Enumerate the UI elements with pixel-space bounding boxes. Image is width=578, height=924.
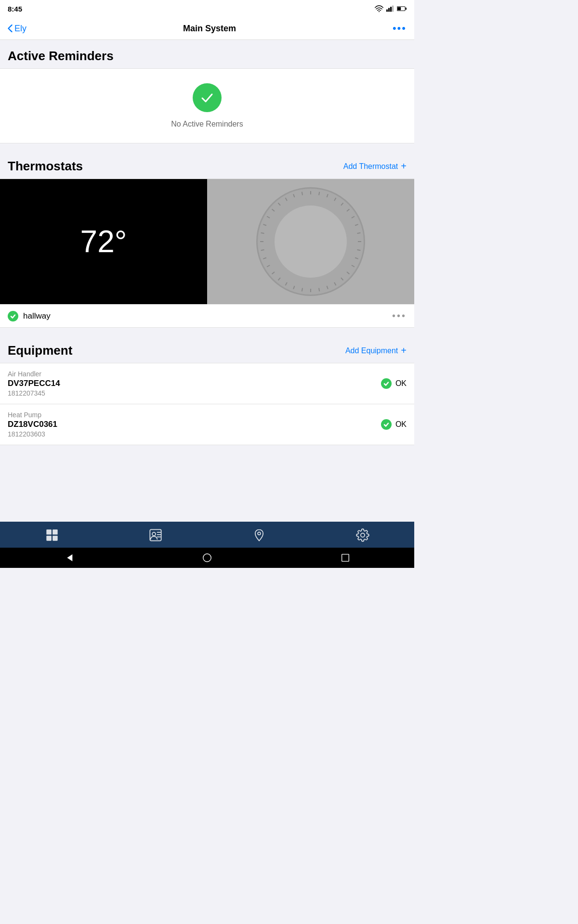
add-equipment-button[interactable]: Add Equipment +: [345, 345, 407, 356]
equipment-title: Equipment: [8, 343, 72, 358]
android-back-icon[interactable]: [64, 552, 74, 563]
svg-line-23: [267, 265, 270, 267]
svg-rect-47: [53, 536, 58, 541]
nav-title: Main System: [183, 24, 236, 34]
thermostat-display: 72°: [0, 179, 207, 304]
android-home-icon[interactable]: [202, 552, 212, 563]
svg-line-41: [352, 217, 355, 218]
thermostat-info-row: hallway •••: [0, 304, 414, 327]
equipment-model: DV37PECC14: [8, 379, 60, 388]
no-reminders-icon: [193, 83, 222, 112]
signal-icon: [386, 5, 394, 12]
thermostat-name-row: hallway: [8, 311, 51, 321]
svg-rect-57: [342, 554, 349, 562]
equipment-type: Heat Pump: [8, 411, 57, 419]
nav-bar: Ely Main System •••: [0, 17, 414, 40]
status-time: 8:45: [8, 5, 22, 13]
svg-line-12: [347, 272, 349, 274]
svg-line-43: [357, 233, 361, 233]
thermostats-section: Thermostats Add Thermostat + 72°: [0, 154, 414, 328]
svg-line-32: [286, 198, 288, 201]
svg-point-0: [379, 11, 380, 12]
more-button[interactable]: •••: [393, 22, 407, 35]
svg-marker-55: [67, 554, 73, 562]
svg-line-38: [334, 198, 336, 201]
tab-location[interactable]: [252, 528, 266, 542]
svg-rect-6: [406, 8, 407, 10]
tab-settings[interactable]: [356, 528, 369, 542]
svg-rect-3: [390, 7, 392, 12]
svg-point-49: [152, 532, 156, 536]
equipment-item[interactable]: Air Handler DV37PECC14 1812207345 OK: [0, 363, 414, 404]
contacts-icon: [149, 528, 162, 542]
svg-line-11: [352, 265, 355, 267]
svg-line-34: [302, 192, 302, 195]
no-reminders-text: No Active Reminders: [171, 120, 243, 128]
android-recents-icon[interactable]: [340, 552, 351, 563]
add-equipment-label: Add Equipment: [345, 346, 398, 355]
equipment-model: DZ18VC0361: [8, 420, 57, 429]
dial-ticks-svg: [258, 189, 364, 295]
svg-rect-46: [46, 536, 52, 541]
reminders-card: No Active Reminders: [0, 68, 414, 143]
svg-line-25: [261, 250, 264, 250]
thermostat-status-dot: [8, 311, 18, 321]
thermostat-more-button[interactable]: •••: [392, 310, 407, 321]
add-equipment-plus-icon: +: [401, 345, 407, 356]
thermostat-temperature: 72°: [80, 224, 127, 259]
location-icon: [252, 528, 266, 542]
svg-line-30: [272, 209, 275, 211]
status-icons: [375, 5, 407, 12]
svg-point-53: [258, 532, 261, 535]
svg-line-13: [341, 278, 343, 280]
thermostat-name: hallway: [23, 311, 51, 321]
svg-point-54: [360, 533, 364, 537]
equipment-status-text: OK: [395, 379, 407, 388]
thermostat-dial: [258, 189, 364, 295]
grid-icon: [45, 528, 59, 542]
svg-line-36: [319, 192, 319, 195]
add-thermostat-plus-icon: +: [401, 161, 407, 172]
add-thermostat-button[interactable]: Add Thermostat +: [343, 161, 407, 172]
thermostats-header: Thermostats Add Thermostat +: [0, 154, 414, 179]
svg-line-28: [263, 224, 266, 225]
svg-rect-7: [397, 7, 401, 10]
equipment-item[interactable]: Heat Pump DZ18VC0361 1812203603 OK: [0, 404, 414, 445]
equipment-status: OK: [381, 378, 407, 389]
equipment-status-text: OK: [395, 420, 407, 429]
svg-line-20: [286, 282, 288, 285]
wifi-icon: [375, 5, 383, 12]
svg-line-15: [327, 286, 328, 289]
svg-line-39: [341, 203, 343, 205]
svg-line-19: [293, 286, 294, 289]
equipment-status: OK: [381, 419, 407, 430]
equipment-header: Equipment Add Equipment +: [0, 338, 414, 363]
back-label: Ely: [14, 24, 26, 34]
equipment-list: Air Handler DV37PECC14 1812207345 OK Hea…: [0, 363, 414, 445]
svg-line-42: [355, 224, 358, 225]
android-nav-bar: [0, 548, 414, 568]
svg-line-27: [261, 233, 264, 233]
svg-line-9: [357, 250, 361, 250]
thermostat-image: 72°: [0, 179, 414, 304]
thermostat-dial-area: [207, 179, 414, 304]
svg-line-31: [278, 203, 280, 205]
equipment-item-info: Heat Pump DZ18VC0361 1812203603: [8, 411, 57, 438]
thermostats-title: Thermostats: [8, 159, 83, 174]
equipment-type: Air Handler: [8, 370, 60, 378]
svg-line-18: [302, 288, 302, 292]
svg-rect-44: [46, 529, 52, 535]
tab-dashboard[interactable]: [45, 528, 59, 542]
svg-rect-45: [53, 529, 58, 535]
back-button[interactable]: Ely: [8, 24, 26, 34]
active-reminders-title: Active Reminders: [8, 49, 114, 63]
status-bar: 8:45: [0, 0, 414, 17]
battery-icon: [397, 6, 407, 12]
svg-rect-2: [388, 8, 390, 12]
svg-rect-4: [392, 6, 394, 12]
settings-icon: [356, 528, 369, 542]
tab-contacts[interactable]: [149, 528, 162, 542]
thermostat-card[interactable]: 72°: [0, 179, 414, 328]
svg-line-29: [267, 217, 270, 218]
equipment-status-dot: [381, 378, 392, 389]
